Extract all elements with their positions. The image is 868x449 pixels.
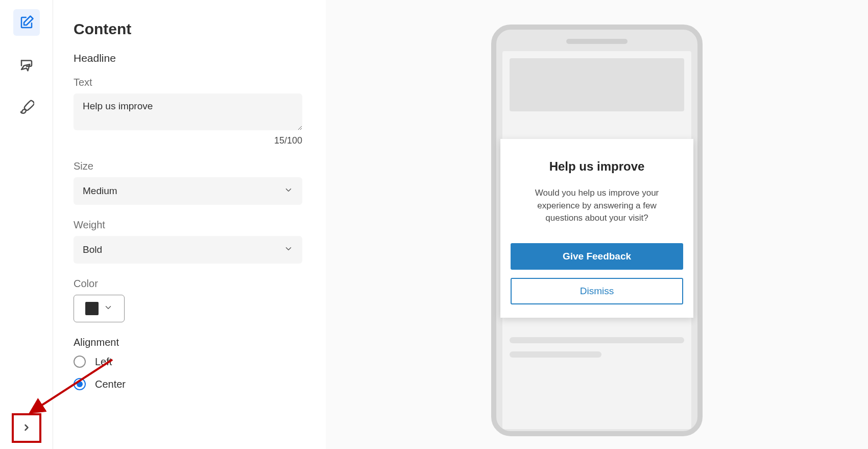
chevron-right-icon: [21, 422, 32, 433]
radio-icon: [74, 356, 86, 368]
brush-icon: [19, 99, 34, 114]
weight-select-value: Bold: [83, 244, 102, 255]
chevron-down-icon: [284, 244, 293, 253]
color-field-label: Color: [74, 278, 316, 290]
alignment-left-label: Left: [95, 356, 112, 368]
text-char-counter: 15/100: [74, 135, 302, 146]
alignment-radio-group: Left Center: [74, 356, 316, 390]
weight-select[interactable]: Bold: [74, 236, 302, 264]
rail-style-tab[interactable]: [13, 93, 40, 120]
device-frame: Help us improve Would you help us improv…: [491, 25, 703, 436]
radio-icon: [74, 378, 86, 390]
rail-content-tab[interactable]: [13, 9, 40, 36]
card-headline: Help us improve: [511, 159, 683, 174]
alignment-option-left[interactable]: Left: [74, 356, 316, 368]
alignment-field-label: Alignment: [74, 337, 316, 348]
size-select-value: Medium: [83, 185, 117, 197]
chevron-down-icon: [104, 303, 113, 312]
preview-canvas: Help us improve Would you help us improv…: [326, 0, 868, 449]
sidebar-icon-rail: [0, 0, 53, 449]
rail-interactions-tab[interactable]: [13, 51, 40, 78]
expand-panel-button[interactable]: [13, 414, 40, 441]
alignment-center-label: Center: [95, 379, 126, 390]
device-speaker: [566, 39, 628, 44]
placeholder-line: [510, 337, 684, 343]
properties-panel: Content Headline Text 15/100 Size Medium…: [53, 0, 326, 449]
placeholder-block: [510, 58, 684, 111]
chevron-down-icon: [284, 185, 293, 195]
text-field-label: Text: [74, 77, 316, 88]
size-field-label: Size: [74, 160, 316, 172]
weight-field-label: Weight: [74, 219, 316, 231]
color-swatch: [85, 302, 99, 315]
color-picker[interactable]: [74, 295, 125, 322]
alignment-option-center[interactable]: Center: [74, 378, 316, 390]
section-headline-label: Headline: [74, 52, 316, 64]
panel-title: Content: [74, 20, 316, 38]
edit-icon: [19, 15, 34, 30]
placeholder-line: [510, 351, 601, 358]
cursor-click-icon: [19, 57, 34, 72]
give-feedback-button[interactable]: Give Feedback: [511, 243, 683, 270]
dismiss-button[interactable]: Dismiss: [511, 278, 683, 304]
size-select[interactable]: Medium: [74, 177, 302, 205]
device-screen: Help us improve Would you help us improv…: [502, 51, 691, 429]
headline-text-input[interactable]: [74, 93, 302, 130]
card-body-text: Would you help us improve your experienc…: [522, 187, 672, 225]
survey-card: Help us improve Would you help us improv…: [500, 139, 693, 318]
